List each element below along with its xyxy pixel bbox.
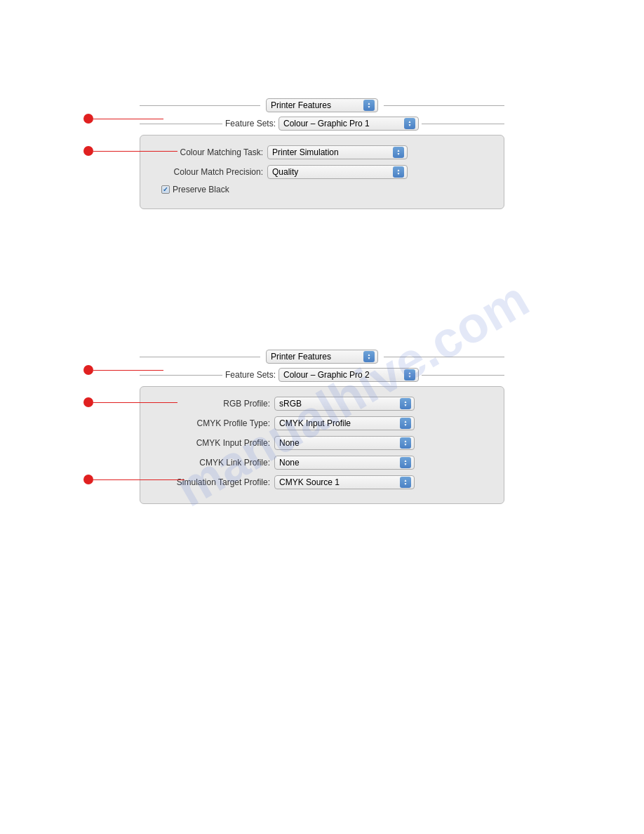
annotation-dot-rgb-profile <box>83 397 93 407</box>
panel2-printer-features-select[interactable]: Printer Features <box>266 350 378 364</box>
panel2-rgb-profile-select[interactable]: sRGB <box>274 397 415 411</box>
annotation-dot-feature-sets-1 <box>83 114 93 124</box>
panel2-sim-target-row: Simulation Target Profile: CMYK Source 1 <box>154 475 490 489</box>
panel1-printer-features-select[interactable]: Printer Features <box>266 98 378 112</box>
panel1-preserve-black-checkbox[interactable] <box>161 185 170 194</box>
panel2-sim-target-select[interactable]: CMYK Source 1 <box>274 475 415 489</box>
panel2-rgb-profile-label: RGB Profile: <box>154 399 270 409</box>
panel1-colour-precision-row: Colour Match Precision: Quality <box>154 165 490 179</box>
panel1-preserve-black-label: Preserve Black <box>173 185 229 194</box>
panel1-top-bar: Printer Features <box>140 98 504 112</box>
panel1-title-row: Printer Features <box>260 98 384 112</box>
panel2-cmyk-profile-type-select[interactable]: CMYK Input Profile <box>274 416 415 430</box>
panel1-colour-precision-select[interactable]: Quality <box>267 165 408 179</box>
panel2-title-text: Printer Features <box>271 352 361 362</box>
panel2-cmyk-input-profile-arrows-icon <box>400 437 411 449</box>
panel1-title-arrows-icon <box>363 100 375 111</box>
panel1-feature-sets-row: Feature Sets: Colour – Graphic Pro 1 <box>140 117 504 131</box>
panel2-feature-sets-inner: Feature Sets: Colour – Graphic Pro 2 <box>222 368 422 382</box>
panel2-title-arrows-icon <box>363 351 375 362</box>
panel2-cmyk-link-profile-arrows-icon <box>400 457 411 468</box>
panel2-cmyk-link-profile-label: CMYK Link Profile: <box>154 458 270 468</box>
panel2-cmyk-profile-type-row: CMYK Profile Type: CMYK Input Profile <box>154 416 490 430</box>
panel2-feature-sets-label: Feature Sets: <box>225 370 276 380</box>
panel-1: Printer Features Feature Sets: Colour – … <box>140 98 504 209</box>
panel2-cmyk-input-profile-label: CMYK Input Profile: <box>154 438 270 448</box>
panel1-colour-precision-arrows-icon <box>393 166 404 178</box>
panel2-rgb-profile-arrows-icon <box>400 398 411 409</box>
panel2-title-row: Printer Features <box>260 350 384 364</box>
panel1-feature-sets-label: Feature Sets: <box>225 119 276 128</box>
panel1-colour-precision-label: Colour Match Precision: <box>154 167 263 177</box>
annotation-dot-sim-target <box>83 475 93 484</box>
annotation-dot-feature-sets-2 <box>83 365 93 375</box>
annotation-dot-colour-matching <box>83 146 93 156</box>
panel2-cmyk-profile-type-value: CMYK Input Profile <box>279 418 397 428</box>
panel2-cmyk-link-profile-row: CMYK Link Profile: None <box>154 456 490 470</box>
panel2-top-bar: Printer Features <box>140 350 504 364</box>
panel1-colour-matching-value: Printer Simulation <box>272 147 390 157</box>
panel2-cmyk-profile-type-label: CMYK Profile Type: <box>154 418 270 428</box>
panel2-cmyk-link-profile-value: None <box>279 458 397 468</box>
panel2-feature-sets-value: Colour – Graphic Pro 2 <box>283 370 401 380</box>
panel2-cmyk-link-profile-select[interactable]: None <box>274 456 415 470</box>
page-wrapper: Printer Features Feature Sets: Colour – … <box>0 0 644 546</box>
panel1-colour-precision-value: Quality <box>272 167 390 177</box>
panel1-feature-sets-arrows-icon <box>404 118 415 129</box>
annotation-line-sim-target <box>93 479 185 480</box>
panel1-title-text: Printer Features <box>271 100 361 110</box>
panel1-preserve-black-row: Preserve Black <box>161 185 490 194</box>
panel2-sim-target-arrows-icon <box>400 477 411 488</box>
panel-2: Printer Features Feature Sets: Colour – … <box>140 350 504 504</box>
panel2-cmyk-input-profile-row: CMYK Input Profile: None <box>154 436 490 450</box>
panel2-cmyk-input-profile-select[interactable]: None <box>274 436 415 450</box>
annotation-line-feature-sets-2 <box>93 370 163 371</box>
panel2-sim-target-value: CMYK Source 1 <box>279 477 397 487</box>
panel1-feature-sets-value: Colour – Graphic Pro 1 <box>283 119 401 128</box>
panel2-inner-box: RGB Profile: sRGB CMYK Profile Type: CMY… <box>140 386 504 504</box>
panel2-feature-sets-row: Feature Sets: Colour – Graphic Pro 2 <box>140 368 504 382</box>
panel2-cmyk-input-profile-value: None <box>279 438 397 448</box>
panel1-colour-matching-row: Colour Matching Task: Printer Simulation <box>154 145 490 159</box>
panel1-inner-box: Colour Matching Task: Printer Simulation… <box>140 135 504 209</box>
panel2-feature-sets-select[interactable]: Colour – Graphic Pro 2 <box>279 368 419 382</box>
panel2-cmyk-profile-type-arrows-icon <box>400 418 411 429</box>
panel1-colour-matching-label: Colour Matching Task: <box>154 147 263 157</box>
panel2-rgb-profile-row: RGB Profile: sRGB <box>154 397 490 411</box>
annotation-line-feature-sets-1 <box>93 119 163 119</box>
panel1-colour-matching-select[interactable]: Printer Simulation <box>267 145 408 159</box>
panel1-feature-sets-select[interactable]: Colour – Graphic Pro 1 <box>279 117 419 131</box>
panel1-colour-matching-arrows-icon <box>393 147 404 158</box>
panel1-feature-sets-inner: Feature Sets: Colour – Graphic Pro 1 <box>222 117 422 131</box>
panel2-rgb-profile-value: sRGB <box>279 399 397 409</box>
panel2-feature-sets-arrows-icon <box>404 369 415 380</box>
annotation-line-colour-matching <box>93 151 177 152</box>
annotation-line-rgb-profile <box>93 402 177 403</box>
